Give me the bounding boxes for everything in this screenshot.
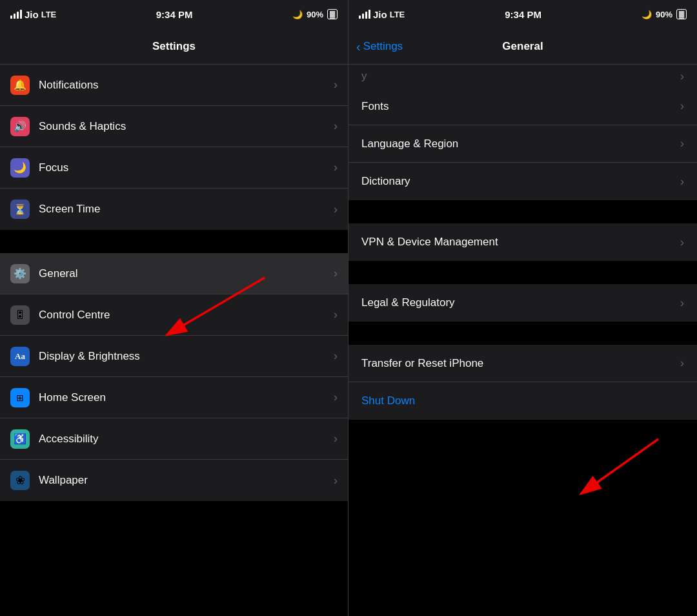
accessibility-icon: ♿ <box>10 429 30 449</box>
section-group-vpn: VPN & Device Management › <box>348 223 697 261</box>
status-bar-left-info: Jio LTE <box>10 9 56 20</box>
time-label-right: 9:34 PM <box>505 9 541 20</box>
section-gap-r3 <box>348 322 697 345</box>
row-control-centre[interactable]: 🎛 Control Centre › <box>0 294 348 336</box>
control-centre-icon: 🎛 <box>10 305 30 325</box>
left-nav-title: Settings <box>152 40 196 53</box>
section-group-fonts: Fonts › Language & Region › Dictionary › <box>348 88 697 200</box>
wallpaper-chevron: › <box>334 474 338 488</box>
signal-icon <box>10 10 22 19</box>
carrier-label: Jio <box>25 9 39 20</box>
control-centre-chevron: › <box>334 308 338 322</box>
transfer-reset-label: Transfer or Reset iPhone <box>361 357 680 370</box>
right-nav-title: General <box>502 40 543 53</box>
accessibility-chevron: › <box>334 432 338 446</box>
wallpaper-icon: ❀ <box>10 471 30 490</box>
accessibility-label: Accessibility <box>39 433 334 446</box>
carrier-label-right: Jio <box>373 9 387 20</box>
wallpaper-label: Wallpaper <box>39 474 334 487</box>
screen-time-icon: ⏳ <box>10 200 30 219</box>
display-brightness-chevron: › <box>334 349 338 363</box>
notifications-icon: 🔔 <box>10 76 30 95</box>
screen-time-chevron: › <box>334 203 338 216</box>
section-gap-r1 <box>348 200 697 223</box>
row-general[interactable]: ⚙️ General › <box>0 253 348 294</box>
display-brightness-icon: Aa <box>10 347 30 366</box>
general-chevron: › <box>334 267 338 280</box>
row-notifications[interactable]: 🔔 Notifications › <box>0 65 348 106</box>
notifications-label: Notifications <box>39 79 334 92</box>
section-gap-r2 <box>348 261 697 284</box>
general-icon: ⚙️ <box>10 264 30 283</box>
section-group-reset: Transfer or Reset iPhone › Shut Down <box>348 345 697 420</box>
status-bar-right-info: 🌙 90% ▓ <box>292 9 338 19</box>
focus-label: Focus <box>39 161 334 174</box>
right-panel: Jio LTE 9:34 PM 🌙 90% ▓ ‹ Settings Gener… <box>348 0 697 616</box>
row-partial-y[interactable]: y › <box>348 65 697 88</box>
row-legal[interactable]: Legal & Regulatory › <box>348 284 697 322</box>
general-label: General <box>39 267 334 280</box>
battery-label: 90% <box>307 10 323 19</box>
row-accessibility[interactable]: ♿ Accessibility › <box>0 418 348 460</box>
row-vpn[interactable]: VPN & Device Management › <box>348 223 697 261</box>
dictionary-label: Dictionary <box>361 175 680 188</box>
language-region-label: Language & Region <box>361 138 680 150</box>
section-group-2: ⚙️ General › 🎛 Control Centre › Aa Displ… <box>0 253 348 501</box>
row-shut-down[interactable]: Shut Down <box>348 382 697 420</box>
moon-icon-right: 🌙 <box>641 10 652 19</box>
control-centre-label: Control Centre <box>39 309 334 322</box>
back-button[interactable]: ‹ Settings <box>356 40 403 53</box>
back-label: Settings <box>363 40 403 53</box>
row-home-screen[interactable]: ⊞ Home Screen › <box>0 377 348 418</box>
time-label: 9:34 PM <box>156 9 193 20</box>
right-settings-list: y › Fonts › Language & Region › Dictiona… <box>348 65 697 616</box>
focus-chevron: › <box>334 161 338 174</box>
row-focus[interactable]: 🌙 Focus › <box>0 147 348 189</box>
language-region-chevron: › <box>680 137 684 150</box>
sounds-icon: 🔊 <box>10 117 30 136</box>
status-bar-right-info-right: 🌙 90% ▓ <box>641 9 687 19</box>
row-screen-time[interactable]: ⏳ Screen Time › <box>0 189 348 230</box>
section-group-legal: Legal & Regulatory › <box>348 284 697 322</box>
back-chevron-icon: ‹ <box>356 40 361 53</box>
screen-time-label: Screen Time <box>39 203 334 216</box>
sounds-chevron: › <box>334 119 338 133</box>
dictionary-chevron: › <box>680 175 684 189</box>
shut-down-label: Shut Down <box>361 395 684 407</box>
notifications-chevron: › <box>334 78 338 92</box>
focus-icon: 🌙 <box>10 158 30 178</box>
legal-chevron: › <box>680 296 684 310</box>
status-bar-right: Jio LTE 9:34 PM 🌙 90% ▓ <box>348 0 697 28</box>
row-fonts[interactable]: Fonts › <box>348 88 697 125</box>
partial-chevron: › <box>680 70 684 83</box>
fonts-chevron: › <box>680 99 684 113</box>
section-gap-1 <box>0 230 348 253</box>
home-screen-label: Home Screen <box>39 391 334 404</box>
display-brightness-label: Display & Brightness <box>39 350 334 363</box>
legal-label: Legal & Regulatory <box>361 296 680 309</box>
fonts-label: Fonts <box>361 100 680 113</box>
home-screen-icon: ⊞ <box>10 388 30 407</box>
battery-icon-right: ▓ <box>676 9 687 19</box>
row-sounds[interactable]: 🔊 Sounds & Haptics › <box>0 106 348 147</box>
section-group-1: 🔔 Notifications › 🔊 Sounds & Haptics › 🌙… <box>0 65 348 230</box>
row-transfer-reset[interactable]: Transfer or Reset iPhone › <box>348 345 697 382</box>
partial-label: y <box>361 70 680 83</box>
left-nav-bar: Settings <box>0 28 348 65</box>
left-settings-list: 🔔 Notifications › 🔊 Sounds & Haptics › 🌙… <box>0 65 348 616</box>
row-language-region[interactable]: Language & Region › <box>348 125 697 163</box>
moon-icon: 🌙 <box>292 10 303 19</box>
vpn-label: VPN & Device Management <box>361 236 680 249</box>
home-screen-chevron: › <box>334 391 338 404</box>
sounds-label: Sounds & Haptics <box>39 120 334 133</box>
status-bar-right-left: Jio LTE <box>359 9 405 20</box>
row-dictionary[interactable]: Dictionary › <box>348 163 697 200</box>
network-label-right: LTE <box>390 10 405 19</box>
row-wallpaper[interactable]: ❀ Wallpaper › <box>0 460 348 501</box>
right-nav-bar: ‹ Settings General <box>348 28 697 65</box>
signal-icon-right <box>359 10 370 19</box>
battery-icon: ▓ <box>327 9 338 19</box>
row-display-brightness[interactable]: Aa Display & Brightness › <box>0 336 348 377</box>
transfer-reset-chevron: › <box>680 356 684 370</box>
battery-label-right: 90% <box>656 10 672 19</box>
